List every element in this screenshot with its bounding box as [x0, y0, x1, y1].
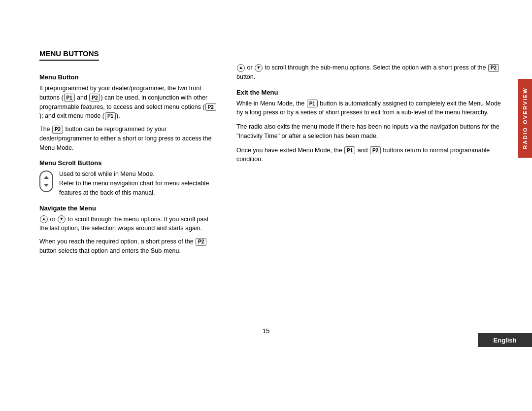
- scroll-buttons-section: Used to scroll while in Menu Mode. Refer…: [39, 170, 217, 197]
- exit-menu-text-2: The radio also exits the menu mode if th…: [236, 122, 507, 141]
- menu-button-title: Menu Button: [39, 73, 217, 81]
- p2-badge: P2: [89, 94, 100, 102]
- submenu-scroll-text: ▲ or ▼ to scroll through the sub-menu op…: [236, 63, 507, 82]
- navigate-menu-text-2: When you reach the required option, a sh…: [39, 237, 217, 256]
- radio-overview-tab: RADIO OVERVIEW: [518, 79, 532, 158]
- p1-badge: P1: [64, 94, 75, 102]
- exit-menu-title: Exit the Menu: [236, 89, 507, 96]
- p2-badge-6: P2: [370, 146, 381, 154]
- arrow-up-inline: ▲: [40, 215, 48, 223]
- arrow-down-inline-2: ▼: [255, 64, 263, 72]
- arrow-up-icon: [44, 176, 49, 179]
- p2-badge-5: P2: [488, 64, 499, 72]
- page: RADIO OVERVIEW English 15 MENU BUTTONS M…: [0, 0, 532, 411]
- scroll-text: Used to scroll while in Menu Mode. Refer…: [59, 170, 217, 197]
- p2-badge-3: P2: [52, 126, 63, 134]
- arrow-down-inline: ▼: [58, 215, 66, 223]
- section-title: MENU BUTTONS: [39, 49, 99, 61]
- arrow-up-inline-2: ▲: [237, 64, 245, 72]
- p1-badge-2: P1: [105, 112, 116, 120]
- arrow-down-icon: [44, 184, 49, 187]
- menu-scroll-title: Menu Scroll Buttons: [39, 159, 217, 167]
- right-column: ▲ or ▼ to scroll through the sub-menu op…: [236, 49, 507, 337]
- p2-badge-2: P2: [205, 103, 216, 111]
- p1-badge-3: P1: [307, 100, 318, 107]
- exit-menu-text-1: While in Menu Mode, the P1 button is aut…: [236, 99, 507, 118]
- menu-button-text: If preprogrammed by your dealer/programm…: [39, 84, 217, 121]
- language-label: English: [494, 337, 517, 344]
- menu-button-text-2: The P2 button can be reprogrammed by you…: [39, 125, 217, 152]
- scroll-icon: [39, 171, 53, 192]
- navigate-menu-text: ▲ or ▼ to scroll through the menu option…: [39, 215, 217, 234]
- navigate-menu-title: Navigate the Menu: [39, 205, 217, 212]
- exit-menu-text-3: Once you have exited Menu Mode, the P1 a…: [236, 146, 507, 165]
- main-content: MENU BUTTONS Menu Button If preprogramme…: [39, 49, 507, 337]
- side-tab-label: RADIO OVERVIEW: [522, 87, 528, 149]
- left-column: MENU BUTTONS Menu Button If preprogramme…: [39, 49, 217, 337]
- p2-badge-4: P2: [196, 238, 206, 246]
- p1-badge-4: P1: [344, 146, 355, 154]
